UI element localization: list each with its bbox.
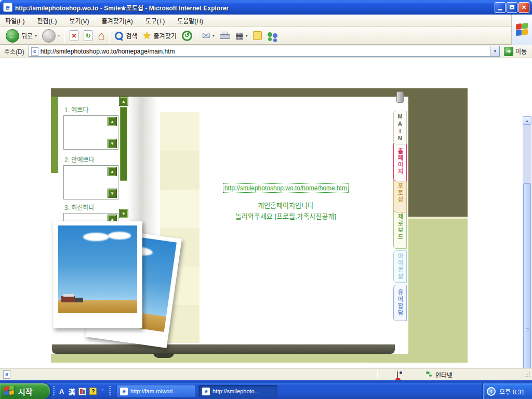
maximize-button[interactable] xyxy=(507,2,517,13)
scroll-up-button[interactable]: ▲ xyxy=(523,116,531,125)
home-button[interactable]: ⌂ xyxy=(95,28,107,44)
history-button[interactable]: ↺ xyxy=(179,30,195,42)
panel-scroll-thumb[interactable] xyxy=(120,107,127,181)
homepage-intro-line2: 놀러와주세요 [프로필,가족사진공개] xyxy=(177,211,395,221)
ime-icon[interactable] xyxy=(78,388,86,395)
browser-viewport: 1. 예쁘다 ▲ ▼ 2. 안예쁘다 ▲ ▼ 3. 허전하다 ▲ ▲ ▼ htt… xyxy=(0,58,532,368)
page-right-green-block xyxy=(408,219,468,363)
book-bottom-edge xyxy=(52,344,395,354)
tab-iconshop[interactable]: 아이콘샵 xyxy=(393,250,407,283)
tab-main[interactable]: MAIN xyxy=(393,111,407,144)
tray-clock[interactable]: 오후 8:31 xyxy=(499,387,525,396)
poll-item-box[interactable]: ▲ ▼ xyxy=(63,115,118,150)
window-title: http://smilephotoshop.wo.to - Smile★포토샵 … xyxy=(15,3,494,12)
forward-button[interactable]: → ▾ xyxy=(39,28,62,44)
scroll-thumb[interactable] xyxy=(523,183,531,368)
mail-dropdown-icon[interactable]: ▾ xyxy=(212,33,215,38)
messenger-icon xyxy=(267,31,278,41)
menu-bar: 파일(F) 편집(E) 보기(V) 즐겨찾기(A) 도구(T) 도움말(H) xyxy=(0,15,532,27)
discuss-button[interactable] xyxy=(250,30,264,41)
window-titlebar[interactable]: e http://smilephotoshop.wo.to - Smile★포토… xyxy=(0,0,532,15)
page-left-green-bar xyxy=(51,97,58,173)
status-separator xyxy=(364,370,364,378)
tab-humor[interactable]: 유머잡담 xyxy=(393,285,407,321)
print-icon xyxy=(220,32,230,40)
poll-item-label: 3. 허전하다 xyxy=(64,203,95,211)
taskbar: 시작 A 漢 ? ⌃ e http://fam.roiworl... e htt… xyxy=(0,383,532,399)
search-button[interactable]: 검색 xyxy=(112,30,140,42)
toolbar-handle[interactable] xyxy=(109,386,111,396)
address-dropdown-button[interactable]: ▼ xyxy=(490,46,499,56)
tray-collapse-icon[interactable]: ‹ xyxy=(487,387,496,396)
address-url-text[interactable]: http://smilephotoshop.wo.to/homepage/mai… xyxy=(41,48,490,55)
homepage-link[interactable]: http://smilephotoshop.wo.to/home/home.ht… xyxy=(223,183,349,193)
page-top-strip xyxy=(51,88,468,97)
lang-expand-icon[interactable]: ⌃ xyxy=(100,389,104,394)
lang-indicator-hanja[interactable]: 漢 xyxy=(68,387,75,396)
start-button[interactable]: 시작 xyxy=(0,383,50,399)
poll-down-button[interactable]: ▼ xyxy=(108,139,117,148)
toolbar-separator xyxy=(64,29,65,43)
go-button[interactable]: ➔ 이동 xyxy=(504,47,527,56)
privacy-report-icon[interactable] xyxy=(397,370,398,380)
toolbar-handle[interactable] xyxy=(53,386,55,396)
ie-brand-throbber xyxy=(511,15,532,45)
task-label: http://smilephoto... xyxy=(212,388,259,394)
menu-tools[interactable]: 도구(T) xyxy=(145,16,165,25)
zone-label: 인터넷 xyxy=(435,370,453,379)
print-button[interactable] xyxy=(217,31,233,41)
edit-button[interactable]: ▦ ▾ xyxy=(233,29,250,42)
panel-scroll-up-button[interactable]: ▲ xyxy=(119,97,128,106)
forward-dropdown-icon: ▾ xyxy=(58,33,60,38)
refresh-button[interactable]: ↻ xyxy=(81,29,95,42)
forward-icon: → xyxy=(42,29,56,43)
ime-help-icon[interactable]: ? xyxy=(89,388,97,395)
home-icon: ⌂ xyxy=(98,29,104,43)
clip-icon xyxy=(396,91,404,103)
resize-grip xyxy=(524,371,530,378)
mail-button[interactable]: ✉ ▾ xyxy=(200,29,217,43)
page-bottom-strip xyxy=(51,354,468,363)
poll-item-label: 1. 예쁘다 xyxy=(64,105,88,114)
go-label: 이동 xyxy=(515,47,527,56)
stop-button[interactable]: ✕ xyxy=(67,29,81,42)
start-flag-icon xyxy=(4,385,16,397)
back-button[interactable]: ← 뒤로 ▾ xyxy=(3,28,39,44)
tab-homepage[interactable]: 홈페이지 xyxy=(393,141,407,181)
menu-file[interactable]: 파일(F) xyxy=(5,16,24,25)
poll-up-button[interactable]: ▲ xyxy=(108,167,117,176)
address-label: 주소(D) xyxy=(4,47,24,56)
poll-down-button[interactable]: ▼ xyxy=(108,189,117,198)
status-separator xyxy=(377,370,378,378)
refresh-icon: ↻ xyxy=(84,30,92,41)
taskbar-task-fam[interactable]: e http://fam.roiworl... xyxy=(116,385,195,397)
content-scrollbar[interactable]: ▲ ▼ xyxy=(523,116,531,368)
messenger-button[interactable] xyxy=(264,30,281,42)
close-button[interactable]: ✕ xyxy=(518,2,529,13)
address-input[interactable]: e http://smilephotoshop.wo.to/homepage/m… xyxy=(29,46,500,57)
mail-icon: ✉ xyxy=(202,30,210,42)
menu-view[interactable]: 보기(V) xyxy=(69,16,89,25)
edit-dropdown-icon[interactable]: ▾ xyxy=(246,33,248,38)
edit-icon: ▦ xyxy=(235,30,244,41)
minimize-button[interactable] xyxy=(495,2,506,13)
go-icon: ➔ xyxy=(504,47,513,56)
task-label: http://fam.roiworl... xyxy=(130,388,177,394)
poll-item-box[interactable]: ▲ ▼ xyxy=(63,165,118,200)
back-label: 뒤로 xyxy=(21,31,33,40)
panel-scroll-down-button[interactable]: ▼ xyxy=(119,209,128,218)
poll-up-button[interactable]: ▲ xyxy=(108,117,117,126)
favorites-button[interactable]: ★ 즐겨찾기 xyxy=(140,29,179,43)
back-dropdown-icon[interactable]: ▾ xyxy=(35,33,37,38)
ie-task-icon: e xyxy=(120,388,128,395)
menu-favorites[interactable]: 즐겨찾기(A) xyxy=(102,16,133,25)
lang-indicator-a[interactable]: A xyxy=(59,388,64,395)
menu-help[interactable]: 도움말(H) xyxy=(177,16,203,25)
taskbar-task-smilephoto[interactable]: e http://smilephoto... xyxy=(198,385,277,397)
star-icon: ★ xyxy=(143,30,152,42)
desktop: e http://smilephotoshop.wo.to - Smile★포토… xyxy=(0,0,532,399)
menu-edit[interactable]: 편집(E) xyxy=(37,16,57,25)
photo-front xyxy=(53,221,142,328)
book-spine-notch xyxy=(153,353,174,358)
address-bar: 주소(D) e http://smilephotoshop.wo.to/home… xyxy=(0,45,532,58)
